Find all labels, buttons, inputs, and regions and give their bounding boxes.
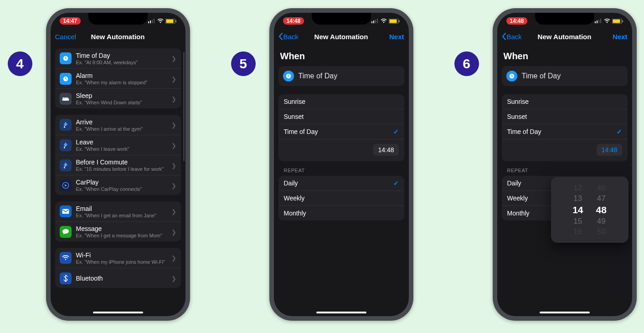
repeat-weekly[interactable]: Weekly	[278, 190, 404, 205]
time-value-button[interactable]: 14:48	[597, 144, 622, 156]
next-button[interactable]: Next	[600, 33, 628, 41]
wifi-icon	[604, 19, 610, 23]
chevron-left-icon	[278, 33, 283, 40]
trigger-subtitle: Ex. "15 minutes before I leave for work"	[76, 166, 164, 172]
status-time: 14:47	[60, 17, 81, 25]
trigger-title: Wi-Fi	[76, 251, 165, 259]
time-of-day-config: WhenTime of DaySunriseSunsetTime of Day✓…	[274, 46, 409, 316]
option-sunrise[interactable]: Sunrise	[502, 94, 628, 109]
trigger-carplay[interactable]: CarPlay Ex. "When CarPlay connects" ❯	[55, 175, 181, 195]
option-sunset[interactable]: Sunset	[278, 109, 404, 124]
option-sunrise[interactable]: Sunrise	[278, 94, 404, 109]
status-time: 14:48	[283, 17, 304, 25]
phone-frame: 14:47 Cancel New Automation Time of Day …	[46, 8, 190, 321]
trigger-message[interactable]: Message Ex. "When I get a message from M…	[55, 221, 181, 241]
trigger-sleep[interactable]: Sleep Ex. "When Wind Down starts" ❯	[55, 88, 181, 108]
when-trigger-row[interactable]: Time of Day	[278, 66, 404, 86]
scrollbar[interactable]	[183, 52, 185, 161]
picker-value: 13	[573, 194, 582, 203]
check-icon: ✓	[617, 128, 622, 135]
nav-title: New Automation	[82, 33, 154, 41]
option-label: Monthly	[507, 210, 530, 217]
trigger-wifi[interactable]: Wi-Fi Ex. "When my iPhone joins home Wi-…	[55, 248, 181, 268]
repeat-monthly[interactable]: Monthly	[278, 205, 404, 220]
home-indicator	[540, 312, 590, 313]
trigger-commute[interactable]: Before I Commute Ex. "15 minutes before …	[55, 155, 181, 175]
next-button[interactable]: Next	[377, 33, 404, 41]
clock-icon	[60, 52, 72, 64]
commute-icon	[60, 159, 72, 171]
option-label: Time of Day	[284, 128, 318, 135]
time-options-group: SunriseSunsetTime of Day✓14:48	[502, 94, 628, 161]
option-label: Daily	[507, 179, 521, 187]
option-label: Sunset	[507, 113, 527, 120]
step-badge-5: 5	[231, 51, 256, 76]
trigger-title: Alarm	[76, 72, 148, 79]
clock-icon	[283, 71, 294, 82]
picker-value: 46	[597, 184, 606, 193]
battery-icon	[612, 19, 623, 24]
trigger-bt[interactable]: Bluetooth ❯	[55, 268, 181, 288]
cancel-button[interactable]: Cancel	[55, 33, 82, 41]
picker-hours[interactable]: 12 13 14 15 16	[572, 184, 583, 236]
picker-value: 49	[597, 217, 606, 226]
trigger-subtitle: Ex. "When I get an email from Jane"	[76, 213, 157, 218]
trigger-group: Time of Day Ex. "At 8:00 AM, weekdays" ❯…	[55, 48, 181, 108]
option-label: Weekly	[284, 195, 305, 202]
svg-rect-11	[63, 97, 64, 98]
when-trigger-row[interactable]: Time of Day	[502, 66, 628, 86]
phone-screen: 14:48 Back New Automation Next WhenTime …	[497, 13, 632, 316]
bt-icon	[60, 272, 72, 284]
when-heading: When	[278, 48, 404, 66]
trigger-subtitle: Ex. "When Wind Down starts"	[76, 100, 142, 105]
trigger-email[interactable]: Email Ex. "When I get an email from Jane…	[55, 201, 181, 221]
option-time-of-day[interactable]: Time of Day✓	[502, 124, 628, 139]
chevron-left-icon	[502, 33, 506, 40]
trigger-clock[interactable]: Time of Day Ex. "At 8:00 AM, weekdays" ❯	[55, 48, 181, 68]
svg-rect-12	[64, 97, 68, 98]
repeat-daily[interactable]: Daily✓	[278, 176, 404, 190]
trigger-clock[interactable]: Alarm Ex. "When my alarm is stopped" ❯	[55, 68, 181, 88]
chevron-right-icon: ❯	[171, 142, 176, 149]
repeat-label: REPEAT	[278, 168, 404, 176]
picker-minutes[interactable]: 46 47 48 49 50	[596, 184, 607, 236]
sleep-icon	[60, 93, 72, 105]
nav-title: New Automation	[529, 33, 600, 41]
option-time-of-day[interactable]: Time of Day✓	[278, 124, 404, 139]
trigger-subtitle: Ex. "When my iPhone joins home Wi-Fi"	[76, 259, 165, 265]
trigger-title: Bluetooth	[76, 275, 103, 282]
trigger-title: Time of Day	[76, 52, 138, 59]
when-trigger-label: Time of Day	[522, 72, 561, 80]
svg-rect-3	[154, 19, 155, 23]
check-icon: ✓	[393, 128, 399, 135]
status-time: 14:48	[506, 17, 528, 25]
picker-value: 50	[597, 227, 606, 236]
trigger-group: Arrive Ex. "When I arrive at the gym" ❯ …	[55, 115, 181, 195]
phone-frame: 14:48 Back New Automation Next WhenTime …	[269, 8, 413, 321]
svg-rect-30	[598, 20, 599, 23]
time-picker[interactable]: 12 13 14 15 16 46 47 48 49 50	[551, 177, 629, 243]
trigger-title: Leave	[76, 138, 129, 146]
trigger-title: Message	[76, 225, 162, 232]
trigger-leave[interactable]: Leave Ex. "When I leave work" ❯	[55, 135, 181, 155]
phone-screen: 14:48 Back New Automation Next WhenTime …	[274, 13, 409, 316]
svg-point-18	[65, 259, 66, 260]
trigger-arrive[interactable]: Arrive Ex. "When I arrive at the gym" ❯	[55, 115, 181, 135]
svg-rect-25	[389, 19, 397, 23]
back-button[interactable]: Back	[502, 33, 529, 41]
back-button[interactable]: Back	[278, 33, 306, 41]
step-badge-4: 4	[8, 51, 32, 76]
repeat-options-group: Daily✓WeeklyMonthly	[278, 176, 404, 220]
svg-rect-10	[62, 98, 69, 101]
arrive-icon	[60, 119, 72, 131]
time-value-button[interactable]: 14:48	[373, 144, 398, 156]
option-sunset[interactable]: Sunset	[502, 109, 628, 124]
clock-icon	[60, 73, 72, 85]
trigger-subtitle: Ex. "When CarPlay connects"	[76, 186, 142, 192]
svg-rect-0	[148, 21, 149, 23]
repeat-label: REPEAT	[502, 168, 628, 176]
chevron-right-icon: ❯	[171, 208, 176, 215]
svg-rect-7	[175, 20, 176, 22]
trigger-subtitle: Ex. "When I get a message from Mom"	[76, 233, 162, 238]
svg-rect-35	[622, 20, 623, 22]
